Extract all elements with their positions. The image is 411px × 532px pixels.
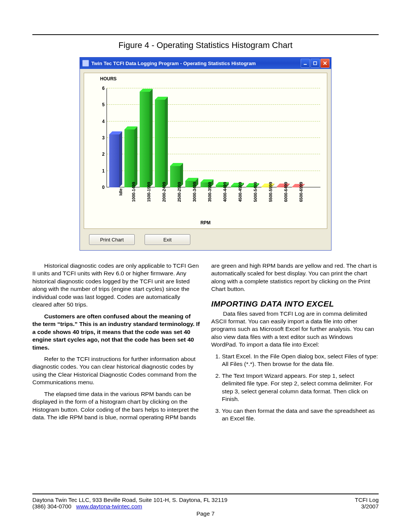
y-tick-label: 0 (102, 185, 105, 190)
svg-rect-0 (304, 64, 307, 65)
x-tick-label: 5000-5499 (253, 182, 258, 202)
page-number: Page 7 (32, 510, 379, 517)
y-tick-label: 1 (102, 168, 105, 174)
page-top-rule (32, 34, 379, 35)
print-chart-button[interactable]: Print Chart (89, 234, 135, 245)
list-item: Start Excel. In the File Open dialog box… (222, 353, 379, 368)
y-tick-label: 4 (102, 119, 105, 124)
footer-doc-name: TCFI Log (355, 497, 379, 503)
chart-y-label: HOURS (100, 76, 116, 81)
paragraph: Data files saved from TCFI Log are in co… (211, 310, 379, 349)
figure-caption: Figure 4 - Operating Statistics Histogra… (32, 40, 379, 50)
x-tick-label: 5500-5999 (268, 182, 273, 202)
page-footer: Daytona Twin Tec LLC, 933 Beville Road, … (32, 494, 379, 517)
exit-button[interactable]: Exit (145, 234, 190, 245)
maximize-button[interactable] (311, 59, 320, 68)
window-titlebar[interactable]: Twin Tec TCFI Data Logging Program - Ope… (80, 58, 331, 69)
x-tick-label: 4000-4499 (223, 182, 227, 202)
paragraph: Historical diagnostic codes are only app… (32, 262, 200, 309)
y-tick-label: 2 (102, 152, 105, 157)
x-tick-label: 3500-3999 (207, 182, 212, 202)
x-tick-label: 1000-1499 (131, 182, 136, 202)
histogram-chart: HOURS 0123456 Idle1000-14991500-19992000… (84, 73, 327, 229)
paragraph: Refer to the TCFI instructions for furth… (32, 355, 200, 387)
x-tick-label: Idle (118, 189, 123, 196)
paragraph-bold: Customers are often confused about the m… (32, 313, 200, 351)
chart-bar (124, 129, 134, 187)
footer-rule (32, 494, 379, 494)
list-item: The Text Import Wizard appears. For step… (222, 372, 379, 403)
footer-address: Daytona Twin Tec LLC, 933 Beville Road, … (32, 497, 228, 503)
body-text: Historical diagnostic codes are only app… (32, 262, 379, 424)
chart-bar (155, 100, 165, 187)
x-tick-label: 2000-2499 (162, 182, 166, 202)
chart-plot-area: 0123456 (107, 88, 320, 187)
x-tick-label: 1500-1999 (147, 182, 151, 202)
app-icon (82, 60, 89, 67)
chart-x-label: RPM (84, 220, 327, 225)
y-tick-label: 5 (102, 102, 105, 107)
x-tick-label: 4500-4999 (238, 182, 242, 202)
chart-bar (109, 134, 119, 187)
window-title: Twin Tec TCFI Data Logging Program - Ope… (91, 61, 301, 66)
x-tick-label: 3000-3499 (192, 182, 197, 202)
list-item: You can then format the data and save th… (222, 407, 379, 423)
footer-url[interactable]: www.daytona-twintec.com (76, 503, 142, 510)
footer-phone: (386) 304-0700 (32, 503, 72, 510)
histogram-window: Twin Tec TCFI Data Logging Program - Ope… (80, 57, 331, 251)
chart-bar (140, 92, 150, 187)
section-heading: IMPORTING DATA INTO EXCEL (211, 299, 379, 309)
minimize-button[interactable] (301, 59, 310, 68)
x-tick-label: 6000-6499 (284, 182, 288, 202)
x-tick-label: 2500-2999 (177, 182, 182, 202)
close-button[interactable] (320, 59, 330, 68)
y-tick-label: 3 (102, 135, 105, 141)
x-tick-label: 6500-6999 (299, 182, 303, 202)
svg-rect-1 (314, 62, 317, 65)
y-tick-label: 6 (102, 86, 105, 91)
footer-date: 3/2007 (355, 503, 379, 510)
